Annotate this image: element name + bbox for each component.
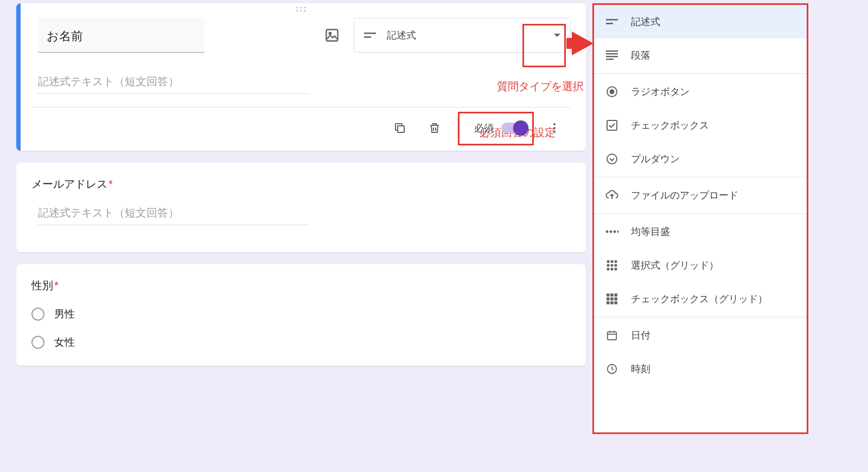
dropdown-item-label: プルダウン — [631, 152, 680, 165]
radio-option[interactable]: 女性 — [31, 335, 571, 349]
annotation-select-type: 質問タイプを選択 — [497, 79, 584, 94]
svg-rect-22 — [607, 120, 617, 130]
svg-point-2 — [304, 7, 305, 8]
svg-point-24 — [606, 231, 609, 233]
svg-rect-19 — [606, 59, 614, 60]
radio-icon — [31, 336, 44, 349]
question-title: 性別* — [31, 278, 571, 293]
svg-point-13 — [553, 131, 556, 133]
dropdown-item-label: ファイルのアップロード — [631, 189, 738, 202]
svg-rect-6 — [327, 29, 338, 41]
duplicate-button[interactable] — [388, 116, 412, 140]
paragraph-icon — [605, 48, 619, 62]
svg-point-29 — [610, 260, 613, 263]
svg-point-1 — [300, 7, 302, 8]
svg-point-30 — [614, 260, 617, 263]
svg-point-23 — [607, 154, 617, 164]
caret-down-icon — [554, 34, 560, 37]
dropdown-item-upload[interactable]: ファイルのアップロード — [594, 178, 807, 212]
question-type-select[interactable]: 記述式 — [354, 18, 571, 53]
question-card-3[interactable]: 性別* 男性 女性 — [16, 264, 586, 366]
svg-rect-43 — [607, 301, 610, 304]
dropdown-icon — [605, 152, 619, 166]
svg-rect-9 — [364, 36, 371, 38]
drag-handle-icon[interactable] — [296, 7, 307, 12]
radio-option-list: 男性 女性 — [31, 307, 571, 349]
svg-rect-45 — [614, 301, 617, 304]
dropdown-item-radio[interactable]: ラジオボタン — [594, 75, 807, 109]
required-toggle-wrap: 必須 — [469, 119, 532, 137]
grid-check-icon — [605, 292, 619, 306]
dropdown-separator — [594, 73, 807, 74]
required-star: * — [108, 178, 113, 190]
dropdown-item-label: 段落 — [631, 49, 650, 62]
question-footer: 必須 — [31, 107, 571, 140]
dropdown-item-paragraph[interactable]: 段落 — [594, 39, 807, 72]
svg-point-25 — [610, 231, 612, 233]
dropdown-item-time[interactable]: 時刻 — [594, 352, 807, 386]
required-toggle[interactable] — [501, 123, 526, 133]
dropdown-item-dropdown[interactable]: プルダウン — [594, 142, 807, 176]
radio-icon — [31, 308, 44, 321]
active-indicator — [16, 3, 21, 151]
delete-button[interactable] — [423, 116, 446, 140]
answer-placeholder: 記述式テキスト（短文回答） — [38, 74, 309, 94]
svg-rect-39 — [614, 294, 617, 297]
dropdown-item-grid-radio[interactable]: 選択式（グリッド） — [594, 248, 807, 282]
svg-point-27 — [617, 231, 618, 233]
svg-point-28 — [607, 260, 609, 263]
svg-point-31 — [607, 264, 609, 266]
dropdown-item-label: 日付 — [631, 329, 650, 342]
question-title: メールアドレス* — [31, 177, 571, 192]
linear-icon — [605, 225, 619, 239]
svg-point-32 — [610, 264, 613, 266]
dropdown-item-short-text[interactable]: 記述式 — [594, 5, 807, 39]
date-icon — [605, 328, 619, 342]
dropdown-item-grid-check[interactable]: チェックボックス（グリッド） — [594, 282, 807, 316]
question-title-input[interactable] — [38, 17, 205, 53]
short-text-icon — [364, 31, 376, 39]
dropdown-separator — [594, 177, 807, 177]
svg-rect-18 — [606, 56, 618, 57]
required-label: 必須 — [474, 122, 494, 135]
svg-point-12 — [553, 127, 556, 129]
more-options-button[interactable] — [542, 116, 566, 140]
dropdown-item-label: 均等目盛 — [631, 225, 670, 238]
svg-point-21 — [610, 90, 615, 94]
question-type-dropdown-panel: 記述式段落ラジオボタンチェックボックスプルダウンファイルのアップロード均等目盛選… — [592, 3, 808, 434]
required-star: * — [54, 279, 59, 291]
annotation-arrow-icon — [572, 31, 593, 55]
question-type-label: 記述式 — [387, 29, 560, 42]
answer-placeholder: 記述式テキスト（短文回答） — [38, 206, 309, 225]
dropdown-item-checkbox[interactable]: チェックボックス — [594, 109, 807, 142]
svg-rect-42 — [614, 297, 617, 301]
svg-rect-44 — [610, 301, 614, 304]
dropdown-separator — [594, 213, 807, 214]
question-card-2[interactable]: メールアドレス* 記述式テキスト（短文回答） — [16, 163, 586, 252]
svg-point-4 — [300, 10, 302, 11]
svg-rect-37 — [607, 294, 610, 297]
svg-rect-10 — [398, 126, 404, 132]
svg-rect-16 — [606, 50, 618, 52]
dropdown-item-label: ラジオボタン — [631, 85, 690, 98]
short-text-icon — [605, 15, 619, 29]
svg-point-11 — [553, 123, 556, 125]
radio-option[interactable]: 男性 — [31, 307, 571, 321]
footer-divider — [457, 118, 458, 138]
dropdown-item-label: 記述式 — [631, 15, 660, 28]
dropdown-separator — [594, 317, 807, 317]
dropdown-item-label: チェックボックス（グリッド） — [631, 292, 768, 305]
add-image-button[interactable] — [320, 23, 344, 47]
svg-point-34 — [607, 267, 609, 270]
svg-point-36 — [614, 267, 617, 270]
svg-rect-14 — [606, 19, 618, 21]
svg-rect-41 — [610, 297, 614, 301]
svg-rect-15 — [606, 23, 613, 24]
dropdown-item-date[interactable]: 日付 — [594, 318, 807, 352]
radio-icon — [605, 85, 619, 99]
svg-point-35 — [610, 267, 613, 270]
dropdown-item-linear[interactable]: 均等目盛 — [594, 215, 807, 248]
svg-rect-17 — [606, 53, 618, 54]
question-card-1: 記述式 記述式テキスト（短文回答） 質問タイプを選択 必須回答の設定 必須 — [16, 3, 586, 151]
svg-point-0 — [296, 7, 298, 8]
